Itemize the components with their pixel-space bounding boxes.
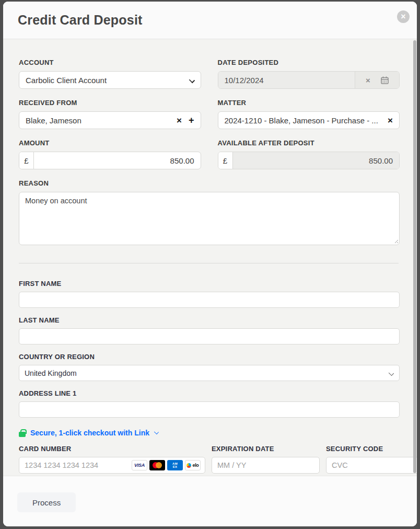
expiration-date-field <box>212 457 320 474</box>
elo-icon: elo <box>185 460 201 470</box>
account-select[interactable]: Carbolic Client Account <box>19 71 201 89</box>
first-name-input[interactable] <box>19 292 400 308</box>
available-after-deposit-field: £ <box>218 152 400 169</box>
card-number-field: VISA AM EX elo <box>19 457 205 474</box>
calendar-icon[interactable] <box>381 76 389 84</box>
modal-header: Credit Card Deposit × <box>3 2 417 39</box>
account-value: Carbolic Client Account <box>26 76 185 85</box>
section-divider <box>19 263 399 263</box>
date-deposited-input[interactable]: 10/12/2024 <box>218 72 356 88</box>
close-button[interactable]: × <box>397 10 410 23</box>
card-brand-icons: VISA AM EX elo <box>132 460 201 470</box>
link-checkout-banner[interactable]: Secure, 1-click checkout with Link <box>19 429 400 437</box>
amount-field: £ <box>19 152 201 169</box>
currency-symbol: £ <box>19 152 34 169</box>
card-number-label: CARD NUMBER <box>19 445 205 453</box>
modal-footer: Process <box>3 476 417 526</box>
last-name-label: LAST NAME <box>19 316 400 324</box>
country-label: COUNTRY OR REGION <box>19 353 400 361</box>
security-code-field: 123 <box>326 457 417 474</box>
country-select[interactable]: United Kingdom <box>19 365 400 381</box>
last-name-input[interactable] <box>19 328 400 344</box>
date-deposited-value: 10/12/2024 <box>225 76 264 85</box>
available-after-deposit-label: AVAILABLE AFTER DEPOSIT <box>218 139 400 147</box>
reason-textarea[interactable]: Money on account <box>19 192 400 245</box>
visa-icon: VISA <box>132 460 147 470</box>
security-code-label: SECURITY CODE <box>326 445 417 453</box>
card-number-input[interactable] <box>25 461 132 469</box>
address-line-1-label: ADDRESS LINE 1 <box>19 389 400 397</box>
modal-body: ACCOUNT Carbolic Client Account DATE DEP… <box>3 39 417 476</box>
amex-icon: AM EX <box>167 460 183 470</box>
available-after-deposit-input <box>233 152 400 169</box>
scrollbar-thumb[interactable] <box>413 40 416 473</box>
account-label: ACCOUNT <box>19 59 201 66</box>
received-from-label: RECEIVED FROM <box>19 99 201 107</box>
security-code-input[interactable] <box>332 461 417 469</box>
received-from-add-icon[interactable]: + <box>189 116 194 125</box>
amount-input[interactable] <box>34 152 201 169</box>
received-from-clear-icon[interactable]: × <box>177 116 182 125</box>
close-icon: × <box>401 13 405 21</box>
date-deposited-field: 10/12/2024 × <box>218 71 400 89</box>
first-name-label: FIRST NAME <box>19 280 400 288</box>
lock-icon <box>19 432 26 437</box>
matter-field[interactable]: 2024-1210 - Blake, Jameson - Purchase - … <box>218 111 400 129</box>
matter-clear-icon[interactable]: × <box>388 116 393 125</box>
amount-label: AMOUNT <box>19 139 201 147</box>
date-deposited-label: DATE DEPOSITED <box>218 59 400 66</box>
chevron-down-icon <box>154 430 159 435</box>
mastercard-icon <box>149 460 165 470</box>
address-line-1-input[interactable] <box>19 401 400 418</box>
process-button[interactable]: Process <box>17 492 76 512</box>
country-value: United Kingdom <box>25 369 384 377</box>
date-clear-icon[interactable]: × <box>366 76 370 84</box>
matter-label: MATTER <box>218 99 400 107</box>
credit-card-deposit-modal: Credit Card Deposit × ACCOUNT Carbolic C… <box>3 2 417 526</box>
chevron-down-icon <box>189 77 194 83</box>
reason-label: REASON <box>19 179 400 187</box>
page-title: Credit Card Deposit <box>18 13 143 28</box>
received-from-value: Blake, Jameson <box>26 116 177 125</box>
received-from-field[interactable]: Blake, Jameson × + <box>19 111 201 129</box>
expiration-date-label: EXPIRATION DATE <box>212 445 320 453</box>
currency-symbol: £ <box>218 152 233 169</box>
chevron-down-icon <box>389 371 394 376</box>
link-checkout-text: Secure, 1-click checkout with Link <box>30 429 149 437</box>
matter-value: 2024-1210 - Blake, Jameson - Purchase - … <box>225 116 388 125</box>
expiration-date-input[interactable] <box>217 461 315 469</box>
